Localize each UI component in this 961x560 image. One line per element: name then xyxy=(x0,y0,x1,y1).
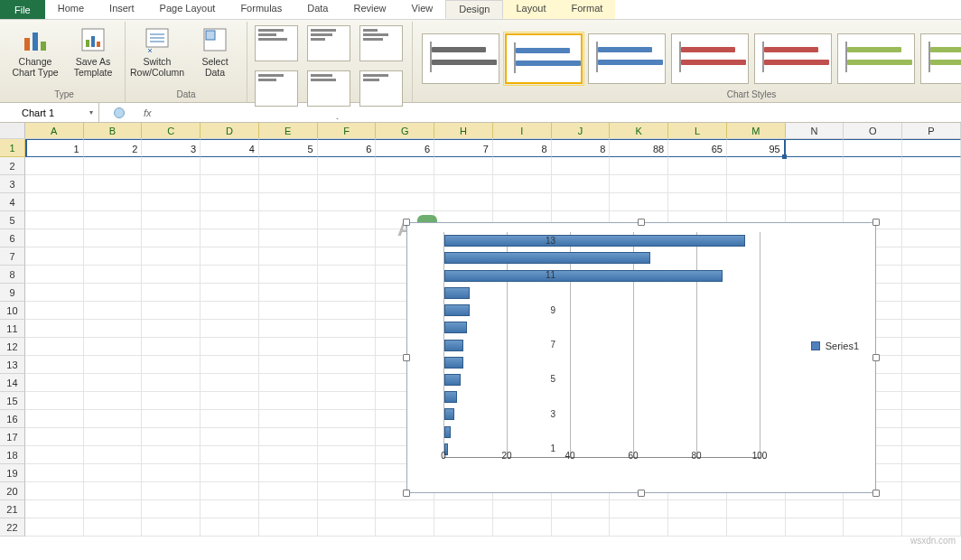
cell[interactable] xyxy=(318,266,377,284)
cell[interactable] xyxy=(844,139,902,157)
cell[interactable] xyxy=(84,157,143,175)
cell[interactable] xyxy=(318,464,377,482)
cell[interactable] xyxy=(142,211,201,229)
cell[interactable] xyxy=(201,446,259,464)
cell[interactable] xyxy=(434,500,493,518)
row-header[interactable]: 15 xyxy=(0,392,25,410)
cell[interactable] xyxy=(25,410,84,428)
cell[interactable] xyxy=(259,374,318,392)
column-header[interactable]: M xyxy=(727,123,786,138)
cell[interactable]: 1 xyxy=(25,139,84,157)
save-as-template-button[interactable]: Save As Template xyxy=(67,23,119,78)
row-header[interactable]: 7 xyxy=(0,247,25,266)
cell[interactable]: 6 xyxy=(376,139,434,157)
select-all-corner[interactable] xyxy=(0,123,25,138)
chart-style-option[interactable] xyxy=(754,33,832,84)
cell[interactable] xyxy=(142,175,201,193)
cell[interactable] xyxy=(259,266,318,284)
cell[interactable] xyxy=(84,446,143,464)
row-header[interactable]: 6 xyxy=(0,229,25,247)
row-header[interactable]: 17 xyxy=(0,428,25,446)
cell[interactable] xyxy=(902,157,961,175)
change-chart-type-button[interactable]: Change Chart Type xyxy=(9,23,61,78)
cell[interactable] xyxy=(25,428,84,446)
cell[interactable] xyxy=(201,464,259,482)
cell[interactable] xyxy=(201,374,259,392)
cell[interactable] xyxy=(552,193,611,211)
resize-handle[interactable] xyxy=(872,219,880,226)
cell[interactable]: 8 xyxy=(552,139,611,157)
cell[interactable] xyxy=(434,157,493,175)
cell[interactable] xyxy=(493,193,552,211)
cell[interactable]: 8 xyxy=(493,139,552,157)
resize-handle[interactable] xyxy=(638,490,645,497)
name-box[interactable]: Chart 1 xyxy=(0,103,99,122)
row-header[interactable]: 19 xyxy=(0,464,25,482)
cell[interactable] xyxy=(844,157,902,175)
cell[interactable] xyxy=(142,157,201,175)
cell[interactable] xyxy=(727,518,786,537)
cell[interactable] xyxy=(318,356,377,374)
chart-bar[interactable] xyxy=(444,426,451,438)
chart-bar[interactable] xyxy=(444,391,457,403)
cell[interactable] xyxy=(552,157,611,175)
cell[interactable] xyxy=(25,518,84,537)
cell[interactable] xyxy=(201,211,259,229)
column-header[interactable]: C xyxy=(142,123,201,138)
cell[interactable] xyxy=(142,302,201,320)
cell[interactable] xyxy=(25,229,84,247)
cell[interactable] xyxy=(318,500,377,518)
cell[interactable] xyxy=(259,356,318,374)
cell[interactable] xyxy=(259,392,318,410)
chart-style-option[interactable] xyxy=(422,33,499,84)
cell[interactable] xyxy=(142,320,201,338)
cell[interactable] xyxy=(259,428,318,446)
cell[interactable] xyxy=(201,338,259,356)
cell[interactable] xyxy=(142,266,201,284)
cell[interactable] xyxy=(610,518,668,537)
column-header[interactable]: P xyxy=(902,123,961,138)
cell[interactable] xyxy=(259,320,318,338)
file-tab[interactable]: File xyxy=(0,0,45,19)
chart-style-option[interactable] xyxy=(671,33,749,84)
row-header[interactable]: 9 xyxy=(0,284,25,302)
cell[interactable] xyxy=(84,175,143,193)
cell[interactable] xyxy=(25,446,84,464)
cell[interactable] xyxy=(84,464,143,482)
cell[interactable] xyxy=(259,284,318,302)
cell[interactable] xyxy=(201,247,259,266)
chart-bar[interactable] xyxy=(444,287,470,299)
cell[interactable] xyxy=(25,157,84,175)
cell[interactable] xyxy=(25,500,84,518)
cell[interactable] xyxy=(25,464,84,482)
cell[interactable] xyxy=(142,482,201,500)
chart-bar[interactable] xyxy=(444,357,463,369)
cell[interactable] xyxy=(142,193,201,211)
cell[interactable] xyxy=(84,193,143,211)
cell[interactable] xyxy=(84,320,143,338)
cell[interactable] xyxy=(318,518,377,537)
cell[interactable]: 65 xyxy=(668,139,727,157)
cell[interactable] xyxy=(25,392,84,410)
chart-bar[interactable] xyxy=(444,340,463,351)
cell[interactable] xyxy=(844,518,902,537)
resize-handle[interactable] xyxy=(638,219,645,226)
switch-row-column-button[interactable]: Switch Row/Column xyxy=(131,23,183,78)
row-header[interactable]: 16 xyxy=(0,410,25,428)
cell[interactable] xyxy=(25,302,84,320)
cell[interactable] xyxy=(201,482,259,500)
cell[interactable] xyxy=(902,175,961,193)
cell[interactable] xyxy=(902,410,961,428)
chart-layout-option[interactable] xyxy=(255,25,298,61)
cell[interactable] xyxy=(201,302,259,320)
cell[interactable] xyxy=(376,157,434,175)
cell[interactable] xyxy=(84,356,143,374)
cell[interactable] xyxy=(259,175,318,193)
cell[interactable] xyxy=(610,157,668,175)
tab-format[interactable]: Format xyxy=(558,0,615,19)
column-header[interactable]: I xyxy=(493,123,552,138)
cell[interactable] xyxy=(142,500,201,518)
cell[interactable] xyxy=(902,500,961,518)
chart-bar[interactable] xyxy=(444,252,650,264)
cell[interactable] xyxy=(142,428,201,446)
